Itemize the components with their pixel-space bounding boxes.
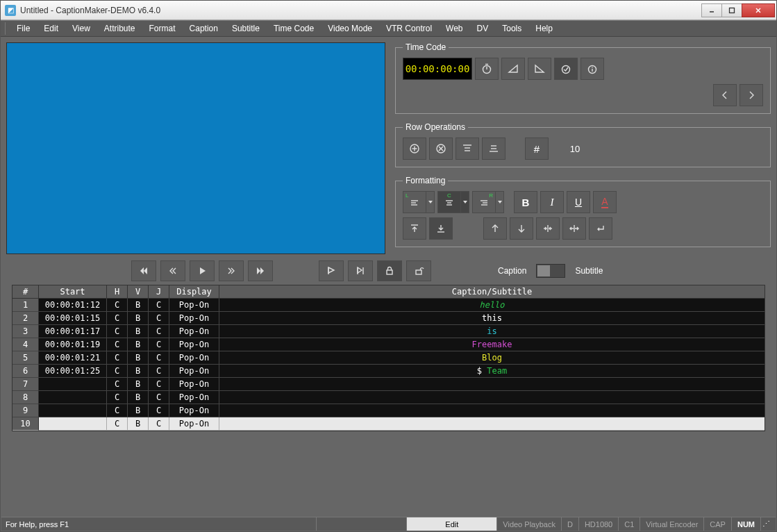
table-row[interactable]: 8CBCPop-On — [12, 391, 765, 404]
formatting-panel: Formatting L C R — [395, 176, 771, 247]
hash-button[interactable]: # — [525, 138, 549, 160]
video-preview[interactable] — [6, 42, 385, 254]
forward-icon[interactable] — [219, 260, 244, 281]
col-start[interactable]: Start — [39, 285, 107, 298]
menu-tools[interactable]: Tools — [495, 22, 528, 35]
prev-arrow-icon[interactable] — [713, 84, 737, 106]
menu-attribute[interactable]: Attribute — [97, 22, 142, 35]
lock-closed-icon[interactable] — [377, 260, 402, 281]
lock-open-icon[interactable] — [406, 260, 431, 281]
status-cap: CAP — [703, 517, 731, 531]
forward-full-icon[interactable] — [248, 260, 273, 281]
menu-format[interactable]: Format — [142, 22, 183, 35]
timer-check-icon[interactable] — [554, 58, 578, 80]
move-down-icon[interactable] — [510, 217, 533, 240]
menu-vtr-control[interactable]: VTR Control — [379, 22, 439, 35]
compress-h-icon[interactable] — [536, 217, 560, 240]
status-d: D — [561, 517, 578, 531]
transport-bar: Caption Subtitle — [6, 254, 771, 285]
row-number-input[interactable] — [567, 139, 583, 158]
col-v[interactable]: V — [128, 285, 149, 298]
bold-button[interactable]: B — [514, 191, 537, 213]
titlebar: ◩ Untitled - CaptionMaker-DEMO v6.4.0 — [1, 1, 776, 20]
next-arrow-icon[interactable] — [740, 84, 763, 106]
menu-subtitle[interactable]: Subtitle — [225, 22, 267, 35]
flag-skip-icon[interactable] — [348, 260, 373, 281]
mode-toggle[interactable] — [536, 264, 565, 278]
col-caption[interactable]: Caption/Subtitle — [219, 285, 765, 298]
status-playback: Video Playback — [496, 517, 561, 531]
status-grip: ⋰ — [760, 517, 771, 531]
text-color-button[interactable]: A — [593, 191, 617, 213]
table-row[interactable]: 400:00:01:19CBCPop-OnFreemake — [12, 338, 765, 351]
menu-video-mode[interactable]: Video Mode — [321, 22, 379, 35]
maximize-button[interactable] — [721, 3, 742, 17]
status-num: NUM — [731, 517, 760, 531]
col-j[interactable]: J — [149, 285, 169, 298]
app-window: ◩ Untitled - CaptionMaker-DEMO v6.4.0 Fi… — [0, 0, 777, 532]
menu-view[interactable]: View — [65, 22, 97, 35]
status-edit: Edit — [406, 517, 496, 531]
menu-help[interactable]: Help — [528, 22, 560, 35]
ramp-down-icon[interactable] — [528, 58, 551, 80]
table-row[interactable]: 300:00:01:17CBCPop-Onis — [12, 325, 765, 338]
table-row[interactable]: 9CBCPop-On — [12, 404, 765, 417]
timer-info-icon[interactable] — [580, 58, 604, 80]
align-left-dropdown[interactable]: L — [403, 191, 435, 213]
align-bottom-icon[interactable] — [482, 138, 506, 160]
push-down-icon[interactable] — [429, 217, 453, 240]
col-h[interactable]: H — [107, 285, 128, 298]
timecode-legend: Time Code — [403, 42, 449, 52]
status-help: For Help, press F1 — [6, 520, 69, 529]
window-title: Untitled - CaptionMaker-DEMO v6.4.0 — [20, 6, 702, 15]
align-center-dropdown[interactable]: C — [437, 191, 469, 213]
align-top-icon[interactable] — [456, 138, 479, 160]
table-row[interactable]: 100:00:01:12CBCPop-Onhello — [12, 299, 765, 312]
menu-caption[interactable]: Caption — [183, 22, 225, 35]
align-right-dropdown[interactable]: R — [472, 191, 504, 213]
italic-button[interactable]: I — [540, 191, 564, 213]
delete-row-icon[interactable] — [429, 138, 453, 160]
menu-web[interactable]: Web — [439, 22, 469, 35]
table-row[interactable]: 500:00:01:21CBCPop-OnBlog — [12, 351, 765, 365]
table-row[interactable]: 200:00:01:15CBCPop-Onthis — [12, 312, 765, 325]
rowops-legend: Row Operations — [403, 122, 468, 132]
caption-table[interactable]: # Start H V J Display Caption/Subtitle 1… — [12, 285, 765, 431]
flag-play-icon[interactable] — [319, 260, 344, 281]
svg-point-7 — [562, 66, 570, 74]
timecode-display: 00:00:00:00 — [403, 58, 472, 80]
rewind-icon[interactable] — [160, 260, 185, 281]
add-row-icon[interactable] — [403, 138, 426, 160]
col-display[interactable]: Display — [169, 285, 219, 298]
menu-edit[interactable]: Edit — [37, 22, 65, 35]
status-c1: C1 — [618, 517, 640, 531]
push-up-icon[interactable] — [403, 217, 426, 240]
rewind-full-icon[interactable] — [131, 260, 156, 281]
timecode-panel: Time Code 00:00:00:00 — [395, 42, 771, 114]
menu-dv[interactable]: DV — [470, 22, 496, 35]
expand-h-icon[interactable] — [562, 217, 586, 240]
underline-button[interactable]: U — [567, 191, 590, 213]
formatting-legend: Formatting — [403, 176, 448, 185]
caption-mode-label: Caption — [498, 266, 526, 276]
minimize-button[interactable] — [701, 3, 722, 17]
table-row[interactable]: 600:00:01:25CBCPop-On$ Team — [12, 365, 765, 378]
svg-rect-38 — [416, 270, 421, 274]
table-row[interactable]: 7CBCPop-On — [12, 378, 765, 391]
rowops-panel: Row Operations # — [395, 122, 771, 167]
table-row[interactable]: 10CBCPop-On — [12, 417, 765, 431]
menubar: FileEditViewAttributeFormatCaptionSubtit… — [1, 20, 776, 37]
statusbar: For Help, press F1 Edit Video Playback D… — [1, 517, 776, 531]
col-num[interactable]: # — [12, 285, 39, 298]
menu-file[interactable]: File — [10, 22, 37, 35]
close-button[interactable] — [742, 3, 775, 17]
return-icon[interactable] — [589, 217, 612, 240]
subtitle-mode-label: Subtitle — [575, 266, 603, 276]
status-encoder: Virtual Encoder — [640, 517, 703, 531]
play-icon[interactable] — [190, 260, 215, 281]
status-hd: HD1080 — [578, 517, 618, 531]
move-up-icon[interactable] — [483, 217, 507, 240]
ramp-up-icon[interactable] — [501, 58, 525, 80]
menu-time-code[interactable]: Time Code — [267, 22, 321, 35]
stopwatch-icon[interactable] — [475, 58, 499, 80]
